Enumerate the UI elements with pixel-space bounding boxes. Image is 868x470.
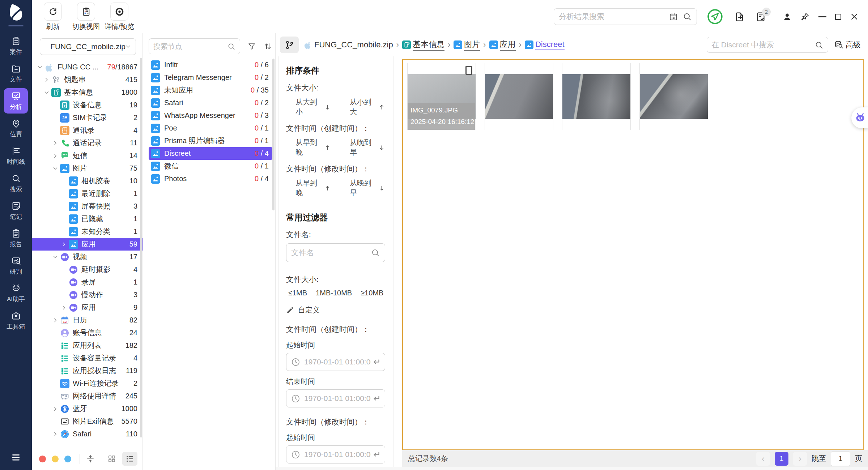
hamburger-menu-icon[interactable] xyxy=(10,452,21,463)
node-row-WhatsApp Messenger[interactable]: WhatsApp Messenger0 / 3 xyxy=(149,109,272,122)
chevron-right-icon[interactable] xyxy=(60,241,68,248)
tool-refresh[interactable]: 刷新 xyxy=(36,3,69,31)
tree-row[interactable]: 设备容量记录4 xyxy=(32,352,142,364)
sidebar-item-timeline[interactable]: 时间线 xyxy=(4,143,28,168)
size-chip[interactable]: 1MB-10MB xyxy=(316,289,352,297)
tree-row[interactable]: 相机胶卷10 xyxy=(32,175,142,187)
thumbnail-card[interactable] xyxy=(562,63,631,130)
yellow-tag-dot[interactable] xyxy=(52,456,59,462)
node-row-Poe[interactable]: Poe0 / 1 xyxy=(149,122,272,134)
thumbnail-photo[interactable] xyxy=(562,74,630,119)
chevron-down-icon[interactable] xyxy=(51,165,59,172)
time-input[interactable]: 1970-01-01 01:00:00 xyxy=(286,353,385,371)
sort-option[interactable]: 从早到晚 xyxy=(295,138,331,157)
maximize-button[interactable] xyxy=(835,14,841,20)
node-row-Photos[interactable]: Photos0 / 4 xyxy=(149,172,272,185)
global-search[interactable] xyxy=(554,8,697,25)
time-input[interactable]: 1970-01-01 01:00:00 xyxy=(286,389,385,407)
sidebar-item-location[interactable]: 位置 xyxy=(4,116,28,141)
list-view-button[interactable] xyxy=(122,452,137,466)
chevron-down-icon[interactable] xyxy=(51,254,59,260)
next-page-button[interactable]: › xyxy=(793,452,807,466)
tree-row[interactable]: 应用9 xyxy=(32,301,142,314)
tree-row[interactable]: 应用授权日志119 xyxy=(32,364,142,377)
calendar-icon[interactable] xyxy=(669,12,678,21)
custom-size-button[interactable]: 自定义 xyxy=(286,305,385,315)
node-scrollbar[interactable] xyxy=(272,59,275,210)
time-input[interactable]: 1970-01-01 01:00:00 xyxy=(286,445,385,463)
breadcrumb-item[interactable]: 基本信息 xyxy=(402,39,444,51)
close-button[interactable] xyxy=(850,12,859,21)
tree-row[interactable]: 设备信息19 xyxy=(32,99,142,111)
thumbnail-card[interactable]: IMG_0079.JPG2025-04-20 16:16:12 xyxy=(407,63,476,130)
current-page-button[interactable]: 1 xyxy=(775,452,788,466)
tree-row[interactable]: 基本信息1800 xyxy=(32,86,142,99)
blue-tag-dot[interactable] xyxy=(64,456,71,462)
tree-row[interactable]: 账号信息24 xyxy=(32,326,142,339)
chevron-right-icon[interactable] xyxy=(51,431,59,437)
select-checkbox[interactable] xyxy=(465,66,472,75)
thumbnail-photo[interactable] xyxy=(485,74,553,119)
chevron-right-icon[interactable] xyxy=(51,317,59,324)
sidebar-item-judge[interactable]: 研判 xyxy=(4,253,28,278)
node-row-Telegram Messenger[interactable]: Telegram Messenger0 / 2 xyxy=(149,71,272,84)
tree-row[interactable]: Safari110 xyxy=(32,428,142,440)
sort-option[interactable]: 从早到晚 xyxy=(295,178,331,198)
filter-funnel-icon[interactable] xyxy=(247,42,256,51)
tree-row[interactable]: Wi-Fi连接记录2 xyxy=(32,377,142,390)
minimize-button[interactable] xyxy=(818,16,826,17)
thumbnail-card[interactable] xyxy=(639,63,708,130)
tree-row[interactable]: 通讯录4 xyxy=(32,124,142,137)
tree-row[interactable]: 延时摄影4 xyxy=(32,263,142,276)
pin-window-icon[interactable] xyxy=(800,12,810,22)
node-row-Safari[interactable]: Safari0 / 2 xyxy=(149,97,272,109)
breadcrumb-item[interactable]: Discreet xyxy=(525,40,565,50)
chevron-down-icon[interactable] xyxy=(43,89,51,96)
tree-row[interactable]: 12日历82 xyxy=(32,314,142,326)
tree-row[interactable]: 通话记录11 xyxy=(32,137,142,149)
node-row-Discreet[interactable]: Discreet0 / 4 xyxy=(149,147,272,160)
tool-clipview[interactable]: 切换视图 xyxy=(69,3,103,31)
collapse-tree-icon[interactable] xyxy=(86,454,95,463)
dataset-selector[interactable]: FUNG_CC_mobile.zip xyxy=(40,38,136,55)
user-account-icon[interactable] xyxy=(782,12,792,22)
tool-box[interactable] xyxy=(77,3,95,21)
sidebar-item-search[interactable]: 搜索 xyxy=(4,171,28,196)
thumbnail-photo[interactable] xyxy=(640,74,708,119)
tree-row[interactable]: 钥匙串415 xyxy=(32,73,142,86)
node-row-Prisma 照片编辑器[interactable]: Prisma 照片编辑器0 / 1 xyxy=(149,134,272,147)
chevron-right-icon[interactable] xyxy=(60,304,68,311)
tree-row[interactable]: 图片75 xyxy=(32,162,142,175)
jump-page-input[interactable] xyxy=(831,452,850,466)
tool-box[interactable] xyxy=(44,3,62,21)
export-icon[interactable] xyxy=(734,11,745,22)
sidebar-item-file[interactable]: 文件 xyxy=(4,61,28,86)
chevron-right-icon[interactable] xyxy=(51,153,59,159)
sort-option[interactable]: 从晚到早 xyxy=(350,178,385,198)
scoped-search-input[interactable] xyxy=(711,40,814,49)
tree-row[interactable]: 短信14 xyxy=(32,149,142,162)
node-row-微信[interactable]: 微信0 / 1 xyxy=(149,160,272,172)
tree-row[interactable]: 已隐藏1 xyxy=(32,213,142,225)
tree-row[interactable]: FUNG CC ...79/18867 xyxy=(32,61,142,73)
breadcrumb-item[interactable]: 图片 xyxy=(454,39,480,51)
task-list-icon[interactable]: 2 xyxy=(755,11,766,22)
thumbnail-card[interactable] xyxy=(485,63,553,130)
sort-icon[interactable] xyxy=(263,42,272,51)
sidebar-item-case[interactable]: 案件 xyxy=(4,33,28,59)
size-chip[interactable]: ≤1MB xyxy=(288,289,307,297)
advanced-search-button[interactable]: 高级 xyxy=(834,40,861,50)
chevron-right-icon[interactable] xyxy=(51,406,59,412)
tree-row[interactable]: 未知分类1 xyxy=(32,225,142,238)
search-icon[interactable] xyxy=(682,12,692,21)
sidebar-item-ai[interactable]: AI助手 xyxy=(4,281,28,306)
path-tree-button[interactable] xyxy=(280,37,299,53)
prev-page-button[interactable]: ‹ xyxy=(756,452,770,466)
filename-filter-box[interactable] xyxy=(286,243,385,262)
size-chip[interactable]: ≥10MB xyxy=(361,289,383,297)
tree-row[interactable]: 应用列表182 xyxy=(32,339,142,352)
sort-option[interactable]: 从大到小 xyxy=(295,97,331,117)
sort-option[interactable]: 从小到大 xyxy=(350,97,385,117)
node-search-input[interactable] xyxy=(153,42,227,51)
tree-row[interactable]: 慢动作3 xyxy=(32,289,142,301)
